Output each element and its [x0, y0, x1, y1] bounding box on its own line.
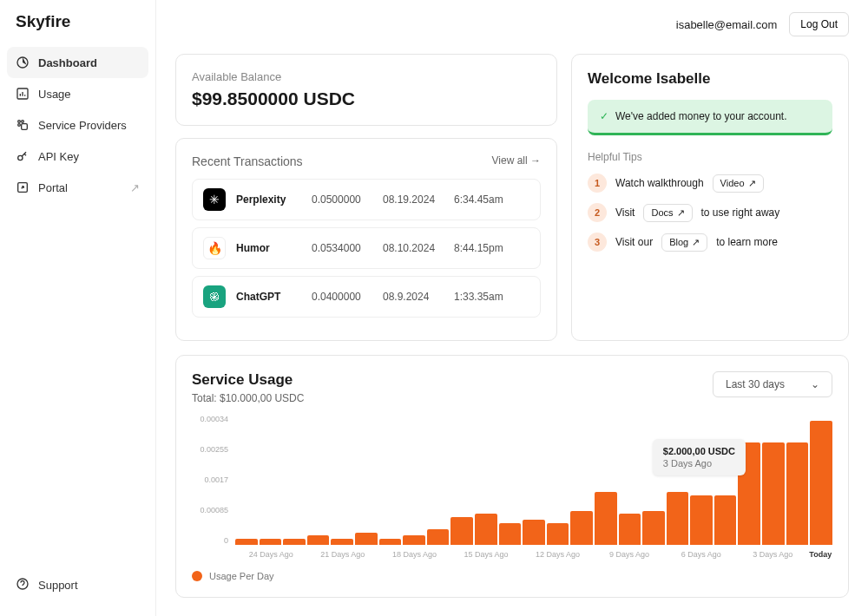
- transactions-title: Recent Transactions: [192, 154, 303, 168]
- chart-bar[interactable]: [403, 535, 425, 545]
- sidebar: Skyfire Dashboard Usage Service Provider…: [0, 0, 156, 616]
- tip-post: to learn more: [716, 236, 778, 248]
- chart-bar[interactable]: [547, 523, 569, 545]
- chart-bar[interactable]: [642, 511, 665, 545]
- balance-card: Available Balance $99.8500000 USDC: [175, 54, 557, 126]
- svg-point-3: [22, 121, 24, 123]
- balance-value: $99.8500000 USDC: [192, 88, 541, 109]
- chevron-down-icon: ⌄: [811, 378, 819, 390]
- tips-title: Helpful Tips: [588, 151, 832, 163]
- topbar: isabelle@email.com Log Out: [156, 0, 868, 49]
- chart-bar[interactable]: [475, 514, 497, 545]
- transaction-name: ChatGPT: [236, 291, 301, 303]
- svg-rect-5: [22, 124, 28, 130]
- tip-post: to use right away: [701, 206, 780, 219]
- transactions-card: Recent Transactions View all → ✳ Perplex…: [175, 138, 557, 341]
- check-icon: ✓: [600, 110, 608, 122]
- legend-dot-icon: [192, 571, 202, 581]
- tip-number: 2: [588, 203, 607, 222]
- sidebar-item-portal[interactable]: Portal ↗: [0, 172, 155, 203]
- transaction-time: 8:44.15pm: [454, 242, 503, 254]
- transaction-time: 6:34.45am: [454, 193, 503, 206]
- arrow-up-right-icon: ↗: [130, 181, 140, 194]
- pie-chart-icon: [16, 56, 30, 69]
- welcome-card: Welcome Isabelle ✓ We've added money to …: [571, 54, 849, 341]
- usage-card: Service Usage Total: $10.000,00 USDC Las…: [175, 355, 849, 598]
- tip-row: 2 Visit Docs ↗ to use right away: [588, 203, 832, 222]
- help-circle-icon: [16, 577, 30, 593]
- tooltip-value: $2.000,00 USDC: [663, 446, 735, 456]
- perplexity-icon: ✳: [203, 188, 226, 211]
- transaction-name: Perplexity: [236, 193, 301, 206]
- chart-bar[interactable]: [570, 511, 593, 545]
- chart-bar[interactable]: [427, 529, 450, 545]
- usage-chart: 0.00034 0.00255 0.0017 0.00085 0 $2.000,…: [192, 415, 832, 581]
- transaction-row[interactable]: ✳ Perplexity 0.0500000 08.19.2024 6:34.4…: [192, 179, 541, 220]
- tip-text: Visit our: [615, 236, 653, 248]
- chart-bar[interactable]: [810, 421, 832, 545]
- chart-bar[interactable]: [355, 533, 378, 545]
- tip-text: Visit: [615, 206, 635, 219]
- tip-link-blog[interactable]: Blog ↗: [661, 233, 707, 252]
- success-banner: ✓ We've added money to your account.: [588, 100, 832, 135]
- x-axis-labels: 24 Days Ago 21 Days Ago 18 Days Ago 15 D…: [192, 550, 832, 559]
- view-all-link[interactable]: View all →: [492, 154, 541, 167]
- sidebar-item-dashboard[interactable]: Dashboard: [7, 47, 148, 78]
- tip-link-docs[interactable]: Docs ↗: [643, 204, 692, 222]
- tip-row: 1 Watch walkthrough Video ↗: [588, 174, 832, 193]
- sidebar-item-service-providers[interactable]: Service Providers: [0, 109, 155, 141]
- chart-bar[interactable]: [786, 442, 809, 545]
- key-icon: [16, 149, 30, 163]
- tip-link-video[interactable]: Video ↗: [713, 174, 764, 193]
- chart-tooltip: $2.000,00 USDC 3 Days Ago: [653, 439, 746, 475]
- sidebar-item-support[interactable]: Support: [0, 567, 155, 604]
- chart-bar[interactable]: [450, 517, 473, 545]
- chart-bar[interactable]: [307, 535, 330, 545]
- chart-bar[interactable]: [499, 523, 522, 545]
- chart-bar[interactable]: [260, 539, 282, 545]
- banner-text: We've added money to your account.: [615, 110, 787, 122]
- sidebar-item-api-key[interactable]: API Key: [0, 141, 155, 172]
- chart-bar[interactable]: [331, 539, 353, 545]
- support-label: Support: [38, 579, 78, 592]
- chart-bar[interactable]: [235, 539, 258, 545]
- date-range-select[interactable]: Last 30 days ⌄: [713, 371, 832, 397]
- chatgpt-icon: ֎: [203, 285, 226, 308]
- sidebar-item-usage[interactable]: Usage: [0, 78, 155, 109]
- grid-icon: [16, 118, 30, 132]
- bar-chart-icon: [16, 87, 30, 101]
- balance-label: Available Balance: [192, 70, 541, 83]
- welcome-title: Welcome Isabelle: [588, 70, 832, 88]
- tooltip-label: 3 Days Ago: [663, 458, 735, 469]
- chart-bar[interactable]: [379, 539, 402, 545]
- sidebar-item-label: API Key: [38, 150, 79, 163]
- svg-point-6: [18, 155, 23, 160]
- chart-legend: Usage Per Day: [192, 571, 832, 581]
- chart-bar[interactable]: [714, 495, 737, 545]
- svg-point-4: [18, 124, 21, 127]
- brand-logo: Skyfire: [0, 12, 155, 47]
- logout-button[interactable]: Log Out: [789, 12, 849, 36]
- usage-title: Service Usage: [192, 371, 304, 389]
- transaction-amount: 0.0534000: [312, 242, 372, 254]
- transaction-date: 08.9.2024: [383, 291, 444, 303]
- chart-bar[interactable]: [283, 539, 306, 545]
- sidebar-item-label: Service Providers: [38, 119, 127, 132]
- nav: Dashboard Usage Service Providers API Ke…: [0, 47, 155, 567]
- chart-bar[interactable]: [690, 495, 713, 545]
- transaction-date: 08.10.2024: [383, 242, 444, 254]
- usage-total: Total: $10.000,00 USDC: [192, 392, 304, 404]
- transaction-amount: 0.0500000: [312, 193, 372, 206]
- transaction-row[interactable]: ֎ ChatGPT 0.0400000 08.9.2024 1:33.35am: [192, 276, 541, 318]
- tip-text: Watch walkthrough: [615, 177, 704, 189]
- chart-bar[interactable]: [619, 514, 641, 545]
- external-link-icon: [16, 180, 30, 194]
- sidebar-item-label: Portal: [38, 181, 68, 194]
- transaction-amount: 0.0400000: [312, 291, 372, 303]
- chart-bar[interactable]: [667, 492, 689, 545]
- chart-bar[interactable]: [595, 492, 617, 545]
- chart-bar[interactable]: [523, 520, 545, 545]
- transaction-row[interactable]: 🔥 Humor 0.0534000 08.10.2024 8:44.15pm: [192, 227, 541, 269]
- humor-icon: 🔥: [203, 237, 226, 259]
- chart-bar[interactable]: [762, 442, 785, 545]
